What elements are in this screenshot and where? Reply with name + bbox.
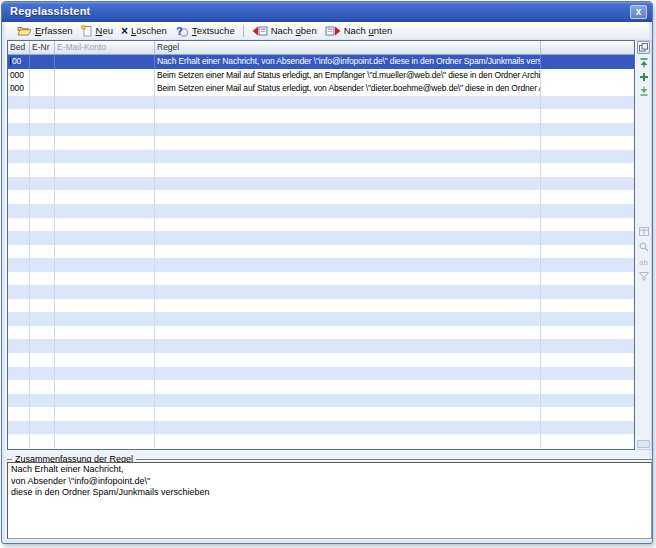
column-header-regel[interactable]: Regel (155, 41, 541, 54)
cell (8, 312, 30, 326)
column-header-blank[interactable] (541, 41, 634, 54)
cell (541, 353, 634, 367)
cell (541, 299, 634, 313)
cell (155, 258, 541, 272)
cell: 00 (8, 55, 30, 69)
empty-row[interactable] (8, 272, 634, 286)
cell (55, 163, 155, 177)
empty-row[interactable] (8, 258, 634, 272)
empty-row[interactable] (8, 218, 634, 232)
nach-unten-button[interactable]: Nach unten (321, 24, 397, 37)
empty-row[interactable] (8, 299, 634, 313)
empty-row[interactable] (8, 245, 634, 259)
cell (155, 312, 541, 326)
column-header-e-mail-konto[interactable]: E-Mail-Konto (55, 41, 155, 54)
rule-row[interactable]: 000Beim Setzen einer Mail auf Status erl… (8, 69, 634, 83)
column-header-e-nr[interactable]: E-Nr (30, 41, 55, 54)
empty-row[interactable] (8, 407, 634, 421)
empty-row[interactable] (8, 380, 634, 394)
scroll-corner (637, 440, 650, 448)
cell (55, 55, 155, 69)
empty-row[interactable] (8, 434, 634, 448)
filter-icon[interactable] (639, 272, 649, 282)
title-bar[interactable]: Regelassistent x (2, 2, 652, 22)
cell (30, 380, 55, 394)
cell (55, 150, 155, 164)
rule-summary-text: Nach Erhalt einer Nachricht,von Absender… (7, 462, 652, 539)
empty-row[interactable] (8, 312, 634, 326)
insert-bottom-icon[interactable] (639, 86, 649, 96)
cell: 000 (8, 69, 30, 83)
cell (541, 109, 634, 123)
empty-row[interactable] (8, 326, 634, 340)
window-title: Regelassistent (10, 5, 90, 17)
nach-oben-label: Nach oben (271, 25, 317, 36)
textsuche-button[interactable]: ? Textsuche (171, 24, 239, 38)
cell (55, 190, 155, 204)
empty-row[interactable] (8, 177, 634, 191)
cell (155, 272, 541, 286)
cell (30, 434, 55, 448)
erfassen-button[interactable]: Erfassen (13, 24, 77, 37)
loeschen-button[interactable]: × Löschen (117, 24, 171, 37)
text-format-icon[interactable]: ab (639, 257, 649, 267)
column-header-bed[interactable]: Bed (8, 41, 30, 54)
cell: Nach Erhalt einer Nachricht, von Absende… (155, 55, 541, 69)
empty-row[interactable] (8, 163, 634, 177)
empty-row[interactable] (8, 190, 634, 204)
cell (155, 299, 541, 313)
cell (30, 163, 55, 177)
empty-row[interactable] (8, 353, 634, 367)
cell (55, 421, 155, 435)
empty-row[interactable] (8, 150, 634, 164)
empty-row[interactable] (8, 204, 634, 218)
toolbar-separator (243, 25, 244, 37)
grid-view-icon[interactable] (639, 227, 649, 237)
empty-row[interactable] (8, 136, 634, 150)
empty-row[interactable] (8, 339, 634, 353)
cell (55, 299, 155, 313)
cell (30, 245, 55, 259)
cell (8, 272, 30, 286)
column-options-button[interactable] (637, 41, 650, 54)
cell (55, 177, 155, 191)
cell (155, 394, 541, 408)
empty-row[interactable] (8, 109, 634, 123)
cell (155, 380, 541, 394)
cell (55, 353, 155, 367)
text-caret (10, 57, 11, 65)
cell (55, 96, 155, 110)
cell (541, 245, 634, 259)
empty-row[interactable] (8, 285, 634, 299)
cell (155, 177, 541, 191)
add-row-icon[interactable] (639, 72, 649, 82)
cell (30, 204, 55, 218)
nach-oben-button[interactable]: Nach oben (248, 24, 321, 37)
empty-row[interactable] (8, 231, 634, 245)
cell (541, 96, 634, 110)
empty-row[interactable] (8, 421, 634, 435)
question-search-icon: ? (175, 25, 189, 37)
empty-row[interactable] (8, 367, 634, 381)
search-icon[interactable] (639, 242, 649, 252)
cell (155, 407, 541, 421)
cell (541, 218, 634, 232)
close-button[interactable]: x (630, 5, 647, 19)
cell (541, 82, 634, 96)
neu-button[interactable]: Neu (77, 24, 117, 38)
empty-row[interactable] (8, 123, 634, 137)
cell (30, 123, 55, 137)
cell (8, 204, 30, 218)
cell (155, 353, 541, 367)
cell (155, 123, 541, 137)
cell (55, 69, 155, 83)
cell (8, 218, 30, 232)
cell (155, 231, 541, 245)
cell (30, 367, 55, 381)
rule-row[interactable]: 000Beim Setzen einer Mail auf Status erl… (8, 82, 634, 96)
empty-row[interactable] (8, 96, 634, 110)
insert-top-icon[interactable] (639, 58, 649, 68)
rule-row[interactable]: 00Nach Erhalt einer Nachricht, von Absen… (8, 55, 634, 69)
empty-row[interactable] (8, 394, 634, 408)
cell (541, 231, 634, 245)
